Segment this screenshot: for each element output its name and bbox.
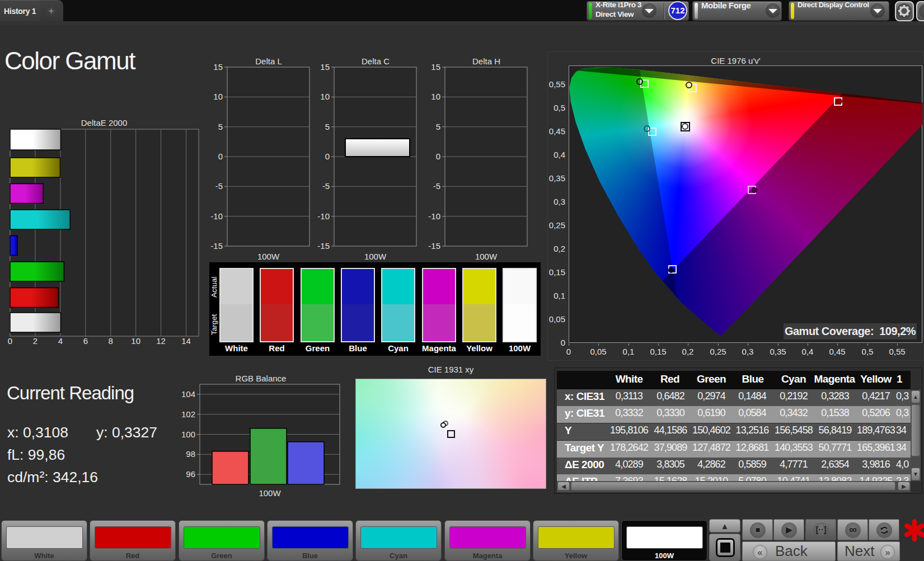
svg-text:10: 10 bbox=[431, 92, 440, 101]
svg-text:RGB Balance: RGB Balance bbox=[236, 374, 287, 383]
svg-text:0: 0 bbox=[436, 152, 440, 161]
svg-text:10: 10 bbox=[213, 92, 223, 101]
svg-text:4: 4 bbox=[58, 336, 63, 346]
svg-text:5: 5 bbox=[218, 122, 223, 131]
svg-text:2: 2 bbox=[33, 336, 37, 346]
svg-text:-15: -15 bbox=[428, 241, 440, 251]
svg-text:15: 15 bbox=[213, 62, 223, 72]
svg-text:-5: -5 bbox=[322, 181, 330, 191]
svg-text:96: 96 bbox=[186, 469, 195, 479]
svg-text:100W: 100W bbox=[259, 488, 281, 498]
svg-text:Delta H: Delta H bbox=[472, 56, 500, 66]
svg-text:DeltaE 2000: DeltaE 2000 bbox=[81, 118, 128, 128]
svg-text:5: 5 bbox=[436, 122, 440, 131]
svg-text:0: 0 bbox=[8, 336, 12, 346]
svg-text:102: 102 bbox=[181, 409, 195, 419]
svg-text:-10: -10 bbox=[317, 211, 330, 221]
svg-text:12: 12 bbox=[156, 336, 166, 346]
svg-text:8: 8 bbox=[109, 336, 113, 346]
svg-text:Delta L: Delta L bbox=[255, 56, 282, 66]
svg-text:10: 10 bbox=[131, 336, 140, 346]
svg-text:98: 98 bbox=[186, 449, 195, 459]
svg-text:Delta C: Delta C bbox=[362, 56, 390, 66]
svg-text:100: 100 bbox=[181, 430, 195, 439]
svg-text:15: 15 bbox=[320, 62, 330, 72]
svg-text:-5: -5 bbox=[215, 181, 223, 191]
svg-text:-15: -15 bbox=[317, 241, 330, 251]
svg-text:100W: 100W bbox=[475, 252, 498, 261]
svg-text:-10: -10 bbox=[428, 211, 440, 221]
svg-text:100W: 100W bbox=[364, 252, 387, 261]
svg-text:-10: -10 bbox=[210, 211, 223, 221]
svg-text:100W: 100W bbox=[257, 252, 280, 261]
svg-text:6: 6 bbox=[83, 336, 88, 346]
svg-text:-5: -5 bbox=[433, 181, 440, 191]
svg-text:15: 15 bbox=[431, 62, 440, 72]
svg-text:10: 10 bbox=[320, 92, 330, 101]
svg-text:5: 5 bbox=[325, 122, 330, 131]
svg-text:104: 104 bbox=[181, 389, 195, 399]
svg-text:14: 14 bbox=[181, 336, 191, 346]
svg-text:0: 0 bbox=[325, 152, 330, 161]
svg-text:-15: -15 bbox=[210, 241, 223, 251]
svg-text:0: 0 bbox=[218, 152, 223, 161]
